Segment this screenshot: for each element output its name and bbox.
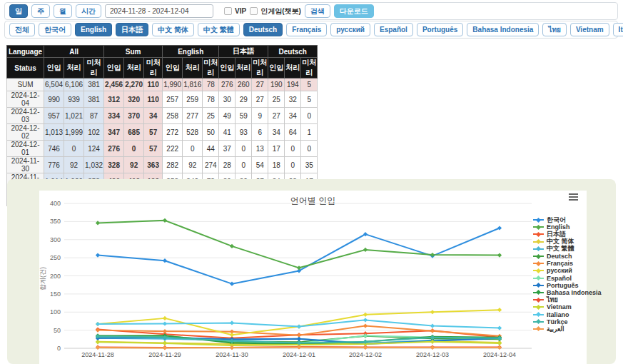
value-cell: 0	[285, 141, 301, 157]
search-button[interactable]: 검색	[305, 4, 330, 18]
value-cell: 222	[163, 141, 183, 157]
language-filter-button[interactable]: русский	[330, 23, 370, 36]
data-point	[363, 345, 368, 350]
value-cell: 257	[163, 91, 183, 108]
value-cell: 25	[268, 91, 285, 108]
legend-item[interactable]: Vietnam	[533, 303, 602, 310]
legend-item[interactable]: Türkçe	[533, 318, 602, 325]
language-filter-button[interactable]: Español	[374, 23, 413, 36]
sub-header: 미처리	[252, 58, 268, 79]
value-cell: 939	[64, 91, 84, 108]
language-filter-button[interactable]: 日本語	[116, 23, 148, 36]
value-cell: 34	[268, 124, 285, 141]
sub-header: 인입	[268, 58, 285, 79]
data-point	[163, 218, 167, 223]
data-point	[363, 313, 368, 317]
period-button-1[interactable]: 주	[31, 4, 50, 18]
sub-header: 인입	[163, 58, 183, 79]
language-filter-button[interactable]: Italiano	[613, 23, 623, 36]
vip-checkbox[interactable]	[224, 7, 232, 15]
value-cell: 334	[104, 108, 124, 124]
data-point	[96, 253, 100, 257]
value-cell: 27	[252, 91, 268, 108]
language-filter-button[interactable]: English	[75, 23, 112, 36]
language-filter-button[interactable]: 전체	[9, 23, 35, 36]
row-label: 2024-12-03	[7, 108, 44, 124]
legend-item[interactable]: العربية	[533, 325, 602, 333]
value-cell: 2,456	[104, 79, 124, 91]
value-cell: 276	[104, 141, 124, 157]
legend-item[interactable]: Português	[533, 282, 602, 289]
language-filter-button[interactable]: 中文 简体	[152, 23, 194, 36]
legend-item[interactable]: Bahasa Indonesia	[533, 289, 602, 296]
sub-header: 인입	[219, 58, 235, 79]
data-point	[96, 345, 100, 350]
period-button-0[interactable]: 일	[9, 4, 28, 18]
legend-item[interactable]: Español	[533, 275, 602, 282]
row-label: 2024-12-01	[7, 141, 44, 157]
language-filter-button[interactable]: Bahasa Indonesia	[467, 23, 539, 36]
value-cell: 35	[301, 157, 318, 173]
legend-marker-icon	[533, 312, 544, 318]
value-cell: 1,999	[64, 124, 84, 141]
group-header: 日本語	[219, 46, 268, 58]
legend-item[interactable]: Deutsch	[533, 253, 602, 260]
language-filter-button[interactable]: Vietnam	[570, 23, 609, 36]
legend-item[interactable]: English	[533, 223, 602, 231]
value-cell: 27	[268, 108, 285, 124]
legend-item[interactable]: Français	[533, 260, 602, 267]
legend-item[interactable]: 中文 繁體	[533, 246, 602, 253]
data-point	[430, 329, 435, 333]
value-cell: 685	[124, 124, 144, 141]
value-cell: 990	[44, 91, 64, 108]
value-cell: 124	[84, 141, 104, 157]
value-cell: 381	[84, 79, 104, 91]
group-header: Deutsch	[268, 46, 318, 58]
y-tick-label: 0	[57, 345, 61, 352]
ingame-chatbot-checkbox[interactable]	[250, 7, 258, 15]
group-header: All	[44, 46, 104, 58]
legend-item[interactable]: русский	[533, 267, 602, 274]
value-cell: 32	[285, 91, 301, 108]
download-button[interactable]: 다운로드	[334, 4, 374, 18]
value-cell: 110	[144, 79, 163, 91]
value-cell: 49	[219, 108, 235, 124]
value-cell: 0	[301, 108, 318, 124]
value-cell: 1	[301, 124, 318, 141]
value-cell: 2,270	[124, 79, 144, 91]
value-cell: 776	[44, 157, 64, 173]
legend-marker-icon	[533, 217, 544, 223]
sub-header: 인입	[104, 58, 124, 79]
legend-label: Vietnam	[547, 303, 572, 310]
language-filter-button[interactable]: 中文 繁體	[198, 23, 240, 36]
period-button-3[interactable]: 시간	[76, 4, 101, 18]
value-cell: 190	[268, 79, 285, 91]
language-filter-button[interactable]: Deutsch	[243, 23, 283, 36]
legend-item[interactable]: 한국어	[533, 216, 602, 223]
value-cell: 0	[235, 157, 252, 173]
value-cell: 194	[285, 79, 301, 91]
y-tick-label: 400	[50, 200, 61, 207]
chart-plot-area: 언어별 인입 0501001502002503003504002024-11-2…	[39, 191, 587, 364]
date-range-input[interactable]	[105, 4, 213, 18]
legend-item[interactable]: ไทย	[533, 296, 602, 303]
value-cell: 0	[301, 141, 318, 157]
chart-legend: 한국어English日本語中文 简体中文 繁體DeutschFrançaisру…	[533, 216, 602, 333]
language-filter-button[interactable]: 한국어	[39, 23, 71, 36]
y-tick-label: 150	[50, 290, 61, 298]
value-cell: 260	[235, 79, 252, 91]
value-cell: 0	[124, 141, 144, 157]
period-button-2[interactable]: 월	[54, 4, 72, 18]
value-cell: 1,990	[163, 79, 183, 91]
x-tick-label: 2024-11-29	[148, 351, 181, 358]
language-filter-button[interactable]: Português	[417, 23, 463, 36]
row-label: 2024-12-04	[7, 91, 44, 108]
language-filter-button[interactable]: ไทย	[542, 23, 566, 36]
language-filter-button[interactable]: Français	[286, 23, 327, 36]
data-point	[96, 322, 100, 326]
value-cell: 92	[64, 157, 84, 173]
legend-item[interactable]: Italiano	[533, 310, 602, 318]
legend-marker-icon	[533, 224, 544, 230]
period-button-group: 일주월시간	[9, 4, 101, 18]
value-cell: 0	[64, 141, 84, 157]
